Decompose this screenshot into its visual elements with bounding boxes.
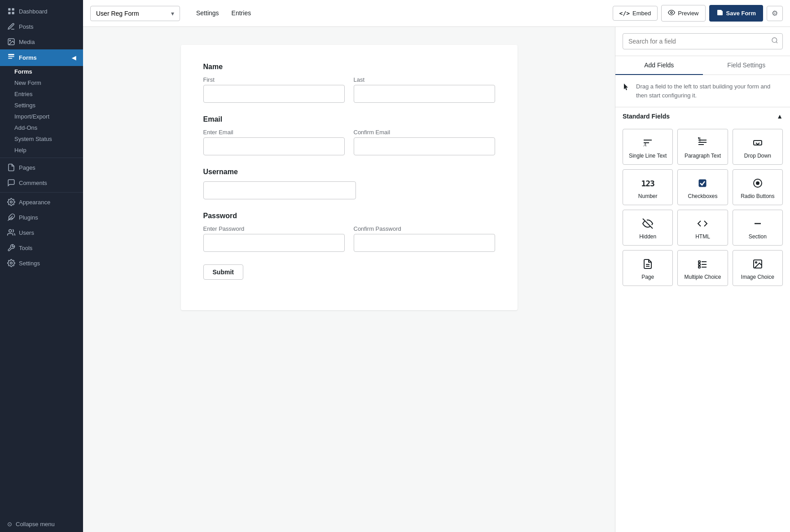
topbar-entries-link[interactable]: Entries — [226, 6, 257, 21]
svg-point-15 — [772, 38, 777, 43]
field-card-single-line-text[interactable]: ASingle Line Text — [623, 129, 673, 165]
enter-email-label: Enter Email — [203, 129, 345, 136]
enter-password-col: Enter Password — [203, 225, 345, 252]
search-icon-button[interactable] — [771, 37, 778, 46]
hidden-icon — [642, 217, 653, 230]
tab-add-fields[interactable]: Add Fields — [615, 56, 703, 75]
form-section-email: Email Enter Email Confirm Email — [203, 115, 495, 155]
number-icon: 123 — [641, 177, 654, 189]
drag-hint-text: Drag a field to the left to start buildi… — [636, 82, 783, 100]
svg-rect-0 — [8, 8, 10, 10]
collapse-label: Collapse menu — [16, 521, 55, 528]
topbar-settings-link[interactable]: Settings — [191, 6, 224, 21]
submenu-settings[interactable]: Settings — [0, 100, 83, 111]
field-card-checkboxes[interactable]: Checkboxes — [677, 169, 728, 205]
last-name-input[interactable] — [354, 85, 495, 103]
settings-gear-button[interactable]: ⚙ — [767, 6, 783, 21]
field-card-html[interactable]: HTML — [677, 210, 728, 246]
image-choice-label: Image Choice — [741, 274, 774, 280]
field-card-multiple-choice[interactable]: Multiple Choice — [677, 250, 728, 286]
radio-buttons-icon — [752, 177, 763, 189]
password-row: Enter Password Confirm Password — [203, 225, 495, 252]
sidebar-item-posts[interactable]: Posts — [0, 19, 83, 34]
sidebar-item-users[interactable]: Users — [0, 225, 83, 240]
submenu-add-ons[interactable]: Add-Ons — [0, 122, 83, 133]
collapse-fields-icon: ▲ — [777, 113, 783, 120]
topbar-actions: </> Embed Preview Save Form ⚙ — [613, 5, 783, 22]
submenu-system-status[interactable]: System Status — [0, 133, 83, 145]
sidebar-item-comments[interactable]: Comments — [0, 175, 83, 190]
sidebar-item-appearance[interactable]: Appearance — [0, 194, 83, 210]
confirm-password-input[interactable] — [354, 234, 495, 252]
paragraph-text-label: Paragraph Text — [685, 153, 721, 159]
chevron-down-icon: ▾ — [171, 10, 174, 17]
username-section-title: Username — [203, 168, 495, 176]
embed-code-icon: </> — [619, 10, 630, 17]
field-card-page[interactable]: Page — [623, 250, 673, 286]
collapse-menu[interactable]: ⊙ Collapse menu — [0, 516, 83, 532]
embed-button[interactable]: </> Embed — [613, 6, 658, 21]
panel-tabs: Add Fields Field Settings — [615, 56, 790, 75]
comments-icon — [7, 179, 15, 187]
tab-field-settings[interactable]: Field Settings — [703, 56, 790, 75]
form-selector[interactable]: User Reg Form ▾ — [90, 6, 180, 21]
username-input[interactable] — [203, 181, 356, 199]
submenu-import-export[interactable]: Import/Export — [0, 111, 83, 122]
sidebar-item-pages[interactable]: Pages — [0, 160, 83, 175]
paragraph-text-icon: ¶ — [697, 136, 708, 149]
forms-arrow: ◀ — [72, 55, 76, 61]
forms-icon — [7, 53, 15, 62]
submenu-help[interactable]: Help — [0, 145, 83, 156]
enter-email-col: Enter Email — [203, 129, 345, 155]
save-form-button[interactable]: Save Form — [709, 5, 763, 22]
field-card-image-choice[interactable]: Image Choice — [733, 250, 783, 286]
sidebar-item-forms[interactable]: Forms ◀ — [0, 49, 83, 66]
search-field-input[interactable] — [623, 33, 783, 49]
first-name-col: First — [203, 76, 345, 103]
search-field-bar — [615, 27, 790, 56]
enter-password-label: Enter Password — [203, 225, 345, 232]
last-label: Last — [354, 76, 495, 83]
multiple-choice-icon — [697, 258, 708, 270]
submenu-entries[interactable]: Entries — [0, 88, 83, 100]
field-card-paragraph-text[interactable]: ¶Paragraph Text — [677, 129, 728, 165]
svg-point-9 — [10, 201, 13, 203]
submenu-forms[interactable]: Forms — [0, 66, 83, 77]
submenu-new-form[interactable]: New Form — [0, 77, 83, 88]
confirm-email-label: Confirm Email — [354, 129, 495, 136]
field-card-hidden[interactable]: Hidden — [623, 210, 673, 246]
sidebar-item-dashboard[interactable]: Dashboard — [0, 4, 83, 19]
sidebar-item-settings[interactable]: Settings — [0, 255, 83, 271]
settings-label: Settings — [19, 260, 40, 267]
tools-icon — [7, 244, 15, 252]
first-name-input[interactable] — [203, 85, 345, 103]
checkboxes-icon — [697, 177, 708, 189]
first-label: First — [203, 76, 345, 83]
drop-down-label: Drop Down — [744, 153, 771, 159]
sidebar-item-media[interactable]: Media — [0, 34, 83, 49]
svg-rect-34 — [698, 264, 700, 265]
field-card-radio-buttons[interactable]: Radio Buttons — [733, 169, 783, 205]
svg-rect-32 — [698, 261, 700, 263]
pages-label: Pages — [19, 164, 35, 171]
submit-button[interactable]: Submit — [203, 264, 243, 280]
confirm-password-label: Confirm Password — [354, 225, 495, 232]
enter-password-input[interactable] — [203, 234, 345, 252]
standard-fields-header[interactable]: Standard Fields ▲ — [615, 107, 790, 125]
svg-rect-7 — [8, 56, 14, 57]
password-section-title: Password — [203, 212, 495, 220]
number-label: Number — [638, 193, 658, 199]
svg-text:A: A — [643, 142, 647, 147]
email-row: Enter Email Confirm Email — [203, 129, 495, 155]
preview-button[interactable]: Preview — [661, 5, 705, 22]
field-card-number[interactable]: 123Number — [623, 169, 673, 205]
field-card-drop-down[interactable]: Drop Down — [733, 129, 783, 165]
sidebar-item-tools[interactable]: Tools — [0, 240, 83, 255]
users-icon — [7, 229, 15, 237]
content-area: Name First Last Email — [83, 27, 790, 532]
enter-email-input[interactable] — [203, 137, 345, 155]
sidebar-item-plugins[interactable]: Plugins — [0, 210, 83, 225]
field-card-section[interactable]: Section — [733, 210, 783, 246]
name-section-title: Name — [203, 63, 495, 71]
confirm-email-input[interactable] — [354, 137, 495, 155]
